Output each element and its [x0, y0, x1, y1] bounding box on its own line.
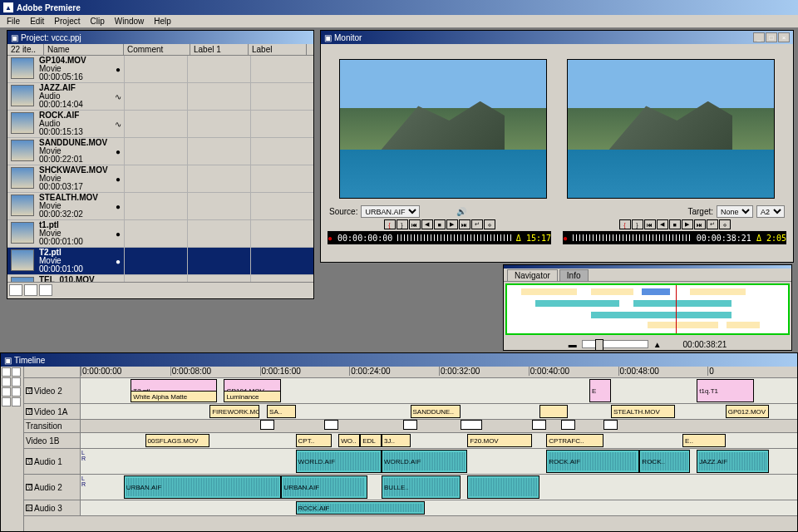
lane-audio-2[interactable]: LRURBAN.AIFURBAN.AIFBULLE..	[81, 475, 797, 500]
timeline-clip[interactable]: CPTRAFC..	[546, 434, 603, 447]
timeline-clip[interactable]	[467, 475, 539, 499]
transport-button[interactable]: ⎆	[719, 219, 731, 229]
transport-button[interactable]: ⎆	[484, 219, 495, 229]
program-preview[interactable]	[567, 59, 775, 199]
timeline-clip[interactable]: E..	[682, 434, 726, 447]
zoom-out-button[interactable]: ▬	[569, 340, 577, 349]
project-item[interactable]: T2.ptlMovie00:00:01:00●	[7, 248, 313, 275]
timeline-clip[interactable]: SA..	[267, 405, 295, 418]
timeline-ruler[interactable]: 0:00:00:000:00:08:000:00:16:000:00:24:00…	[24, 367, 797, 378]
rec-icon[interactable]: ●	[563, 234, 568, 243]
col-label1[interactable]: Label 1	[190, 44, 249, 55]
source-preview[interactable]	[339, 59, 547, 199]
timeline-tool[interactable]	[12, 397, 21, 406]
timeline-clip[interactable]: White Alpha Matte	[131, 391, 216, 402]
timeline-clip[interactable]: t1q.T1	[697, 379, 754, 402]
lane-transition[interactable]	[81, 420, 797, 430]
collapse-icon[interactable]: ▽	[26, 387, 32, 394]
transport-button[interactable]: ▶	[446, 219, 458, 229]
transport-button[interactable]: ↵	[707, 219, 718, 229]
maximize-button[interactable]: □	[766, 32, 777, 42]
timeline-clip[interactable]: WORLD.AIF	[296, 450, 382, 473]
transport-button[interactable]: {	[384, 219, 396, 229]
col-name[interactable]: Name	[44, 44, 124, 55]
col-label[interactable]: Label	[249, 44, 307, 55]
timeline-clip[interactable]: CPT..	[296, 434, 332, 447]
transport-button[interactable]: ⏭	[459, 219, 470, 229]
transport-button[interactable]: ▶	[682, 219, 693, 229]
rec-icon[interactable]: ●	[328, 234, 332, 243]
collapse-icon[interactable]: ▽	[26, 458, 32, 465]
timeline-clip[interactable]: BULLE..	[382, 475, 461, 499]
navigator-overview[interactable]	[505, 283, 790, 335]
timeline-clip[interactable]: SANDDUNE..	[411, 405, 461, 418]
timeline-clip[interactable]: WORLD.AIF	[382, 450, 467, 473]
timeline-tool[interactable]	[2, 397, 11, 406]
lane-video-1b[interactable]: 00SFLAGS.MOVCPT..WO..EDL3J..F20.MOVCPTRA…	[81, 433, 797, 448]
timeline-clip[interactable]: 3J..	[382, 434, 410, 447]
timeline-clip[interactable]: ROCK.AIF	[546, 450, 639, 473]
project-item[interactable]: TEL_010.MOVMovie00:00:10:00●	[7, 275, 313, 282]
timeline-clip[interactable]	[532, 420, 546, 430]
timeline-clip[interactable]: URBAN.AIF	[124, 475, 282, 499]
lane-video-2[interactable]: T2.ptlWhite Alpha MatteGP104.MOVLuminanc…	[81, 378, 797, 403]
timeline-clip[interactable]	[539, 405, 568, 418]
timeline-clip[interactable]: EDL	[360, 434, 382, 447]
timeline-clip[interactable]: WO..	[338, 434, 360, 447]
timeline-clip[interactable]: ROCK.AIF	[296, 501, 425, 515]
timeline-tool[interactable]	[12, 387, 21, 397]
menu-file[interactable]: File	[2, 17, 25, 26]
monitor-title[interactable]: ▣Monitor _ □ ×	[321, 31, 793, 44]
timeline-clip[interactable]: FIREWORK.MOV	[209, 405, 259, 418]
project-item[interactable]: SANDDUNE.MOVMovie00:00:22:01●	[7, 138, 313, 165]
menu-clip[interactable]: Clip	[85, 17, 109, 26]
timeline-clip[interactable]	[561, 420, 575, 430]
project-item[interactable]: GP104.MOVMovie00:00:05:16●	[7, 56, 313, 83]
project-item[interactable]: ROCK.AIFAudio00:00:15:13∿	[7, 111, 313, 138]
menu-project[interactable]: Project	[49, 17, 85, 26]
timeline-clip[interactable]	[403, 420, 417, 430]
close-button[interactable]: ×	[778, 32, 790, 42]
timeline-clip[interactable]: E	[589, 379, 611, 402]
timeline-clip[interactable]	[260, 420, 274, 430]
transport-button[interactable]: ■	[669, 219, 681, 229]
timeline-clip[interactable]: ROCK..	[639, 450, 689, 473]
target-select[interactable]: None	[717, 205, 753, 218]
col-comment[interactable]: Comment	[124, 44, 190, 55]
timeline-clip[interactable]: Luminance	[224, 391, 281, 402]
timeline-clip[interactable]	[603, 420, 618, 430]
collapse-icon[interactable]: ▽	[26, 484, 32, 490]
timeline-tool[interactable]	[2, 387, 11, 397]
tab-navigator[interactable]: Navigator	[507, 269, 558, 281]
lane-audio-3[interactable]: ROCK.AIF	[81, 500, 797, 515]
timeline-clip[interactable]: 00SFLAGS.MOV	[145, 434, 210, 447]
zoom-slider[interactable]	[582, 340, 648, 348]
menu-window[interactable]: Window	[110, 17, 150, 26]
lane-audio-1[interactable]: LRWORLD.AIFWORLD.AIFROCK.AIFROCK..JAZZ.A…	[81, 449, 797, 474]
view-thumb-button[interactable]	[39, 284, 52, 296]
tab-info[interactable]: Info	[559, 269, 589, 281]
transport-button[interactable]: }	[632, 219, 643, 229]
transport-button[interactable]: }	[397, 219, 408, 229]
lane-video-1a[interactable]: FIREWORK.MOVSA..SANDDUNE..STEALTH.MOVGP0…	[81, 404, 797, 419]
zoom-in-button[interactable]: ▲	[653, 340, 662, 349]
minimize-button[interactable]: _	[753, 32, 765, 42]
project-panel-title[interactable]: ▣Project: vccc.ppj	[7, 31, 313, 44]
transport-button[interactable]: ⏮	[409, 219, 421, 229]
source-scrubber[interactable]	[397, 234, 511, 241]
timeline-clip[interactable]	[461, 420, 482, 430]
transport-button[interactable]: ⏭	[694, 219, 706, 229]
transport-button[interactable]: ⏮	[644, 219, 656, 229]
project-item[interactable]: t1.ptlMovie00:00:01:00●	[7, 220, 313, 248]
transport-button[interactable]: {	[619, 219, 631, 229]
source-select[interactable]: URBAN.AIF	[361, 205, 420, 218]
timeline-tool[interactable]	[12, 367, 21, 377]
project-item[interactable]: SHCKWAVE.MOVMovie00:00:03:17●	[7, 165, 313, 193]
menu-help[interactable]: Help	[149, 17, 176, 26]
timeline-clip[interactable]: URBAN.AIF	[281, 475, 367, 499]
program-scrubber[interactable]	[573, 234, 692, 241]
transport-button[interactable]: ◀	[421, 219, 433, 229]
timeline-clip[interactable]: STEALTH.MOV	[611, 405, 676, 418]
collapse-icon[interactable]: ▽	[26, 408, 32, 415]
speaker-icon[interactable]: 🔊	[456, 207, 466, 216]
